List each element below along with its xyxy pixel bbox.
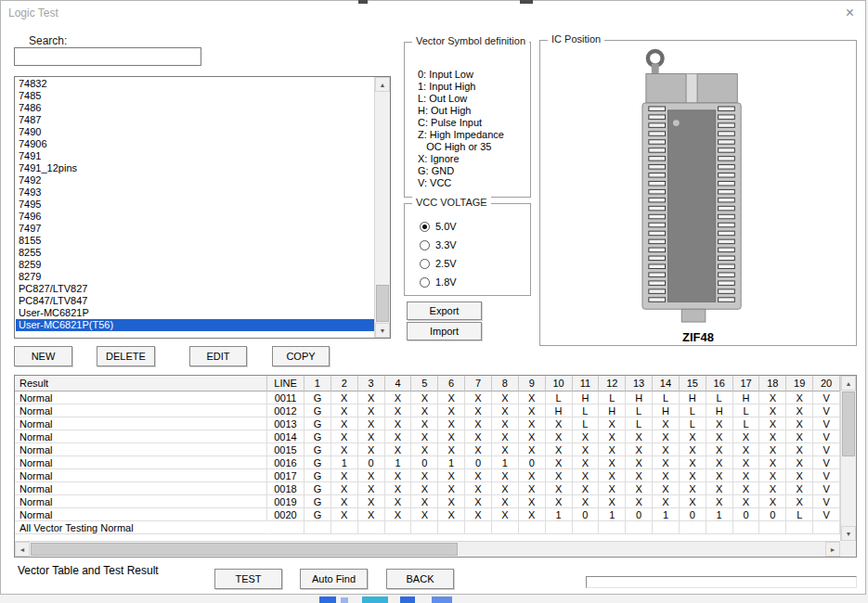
pin-cell[interactable]: X: [331, 417, 358, 430]
pin-cell[interactable]: X: [438, 495, 465, 508]
pin-cell[interactable]: X: [786, 495, 813, 508]
pin-cell[interactable]: H: [733, 391, 760, 404]
pin-cell[interactable]: X: [573, 482, 600, 495]
pin-cell[interactable]: X: [519, 404, 546, 417]
export-button[interactable]: Export: [407, 302, 482, 320]
pin-cell[interactable]: X: [786, 469, 813, 482]
pin-cell[interactable]: G: [304, 482, 331, 495]
pin-cell[interactable]: V: [813, 391, 840, 404]
list-item[interactable]: 74832: [16, 78, 374, 90]
pin-cell[interactable]: X: [546, 456, 573, 469]
pin-cell[interactable]: X: [680, 456, 706, 469]
pin-cell[interactable]: X: [573, 456, 600, 469]
pin-cell[interactable]: G: [304, 404, 331, 417]
pin-cell[interactable]: X: [492, 482, 519, 495]
pin-cell[interactable]: X: [438, 443, 465, 456]
line-cell[interactable]: 0012: [267, 404, 304, 417]
pin-cell[interactable]: H: [680, 391, 706, 404]
pin-cell[interactable]: X: [331, 482, 358, 495]
result-cell[interactable]: Normal: [15, 508, 267, 521]
pin-cell[interactable]: X: [519, 443, 546, 456]
pin-cell[interactable]: V: [813, 495, 840, 508]
pin-cell[interactable]: X: [706, 417, 733, 430]
pin-cell[interactable]: X: [519, 417, 546, 430]
pin-cell[interactable]: X: [411, 430, 438, 443]
pin-cell[interactable]: X: [599, 456, 626, 469]
result-cell[interactable]: Normal: [15, 495, 267, 508]
table-hscrollbar[interactable]: ◄ ►: [15, 541, 840, 557]
pin-cell[interactable]: X: [492, 508, 519, 521]
pin-cell[interactable]: X: [465, 391, 492, 404]
pin-cell[interactable]: X: [358, 443, 385, 456]
pin-cell[interactable]: X: [465, 443, 492, 456]
pin-cell[interactable]: X: [733, 456, 760, 469]
pin-cell[interactable]: G: [304, 417, 331, 430]
pin-cell[interactable]: X: [385, 508, 412, 521]
pin-cell[interactable]: X: [331, 391, 358, 404]
pin-cell[interactable]: L: [599, 391, 626, 404]
list-item[interactable]: 7492: [16, 174, 374, 186]
vcc-option[interactable]: 2.5V: [420, 254, 528, 273]
pin-cell[interactable]: X: [438, 469, 465, 482]
pin-cell[interactable]: V: [813, 482, 840, 495]
pin-cell[interactable]: X: [626, 482, 653, 495]
close-icon[interactable]: ×: [846, 5, 854, 21]
pin-cell[interactable]: X: [465, 508, 492, 521]
pin-cell[interactable]: X: [385, 482, 412, 495]
pin-cell[interactable]: X: [492, 495, 519, 508]
pin-cell[interactable]: 0: [573, 508, 600, 521]
pin-cell[interactable]: X: [492, 430, 519, 443]
pin-cell[interactable]: X: [759, 469, 786, 482]
list-item[interactable]: 8279: [16, 271, 374, 283]
pin-cell[interactable]: X: [411, 469, 438, 482]
pin-cell[interactable]: V: [813, 456, 840, 469]
pin-cell[interactable]: X: [599, 482, 626, 495]
pin-cell[interactable]: X: [492, 391, 519, 404]
pin-cell[interactable]: H: [706, 404, 733, 417]
pin-cell[interactable]: X: [759, 417, 786, 430]
pin-cell[interactable]: G: [304, 469, 331, 482]
pin-cell[interactable]: 0: [358, 456, 385, 469]
pin-cell[interactable]: 1: [706, 508, 733, 521]
pin-cell[interactable]: X: [573, 495, 600, 508]
pin-cell[interactable]: X: [599, 469, 626, 482]
pin-cell[interactable]: X: [626, 443, 653, 456]
list-item[interactable]: 74906: [16, 138, 374, 150]
pin-cell[interactable]: X: [358, 430, 385, 443]
radio-icon[interactable]: [420, 277, 430, 288]
list-item[interactable]: 8259: [16, 259, 374, 271]
pin-cell[interactable]: X: [358, 495, 385, 508]
pin-cell[interactable]: X: [519, 430, 546, 443]
pin-cell[interactable]: X: [786, 391, 813, 404]
pin-cell[interactable]: 0: [519, 456, 546, 469]
pin-cell[interactable]: X: [573, 469, 600, 482]
pin-cell[interactable]: X: [680, 430, 706, 443]
pin-cell[interactable]: L: [706, 391, 733, 404]
pin-cell[interactable]: X: [786, 417, 813, 430]
pin-cell[interactable]: X: [465, 482, 492, 495]
pin-cell[interactable]: X: [626, 430, 653, 443]
pin-cell[interactable]: X: [733, 482, 760, 495]
pin-cell[interactable]: X: [626, 495, 653, 508]
list-item[interactable]: 7491_12pins: [16, 162, 374, 174]
pin-cell[interactable]: 1: [546, 508, 573, 521]
pin-cell[interactable]: H: [599, 404, 626, 417]
scroll-thumb[interactable]: [31, 543, 458, 556]
test-button[interactable]: TEST: [214, 569, 282, 589]
pin-cell[interactable]: X: [786, 430, 813, 443]
pin-cell[interactable]: 0: [759, 508, 786, 521]
list-item[interactable]: PC827/LTV827: [16, 283, 374, 295]
pin-cell[interactable]: X: [759, 430, 786, 443]
line-cell[interactable]: 0013: [267, 417, 304, 430]
pin-cell[interactable]: L: [680, 404, 706, 417]
result-cell[interactable]: Normal: [15, 443, 267, 456]
line-cell[interactable]: 0016: [267, 456, 304, 469]
pin-cell[interactable]: X: [358, 469, 385, 482]
pin-cell[interactable]: X: [653, 469, 680, 482]
pin-cell[interactable]: X: [385, 404, 412, 417]
pin-cell[interactable]: G: [304, 391, 331, 404]
pin-cell[interactable]: 0: [733, 508, 760, 521]
pin-cell[interactable]: X: [438, 482, 465, 495]
pin-cell[interactable]: X: [706, 443, 733, 456]
line-cell[interactable]: 0015: [267, 443, 304, 456]
